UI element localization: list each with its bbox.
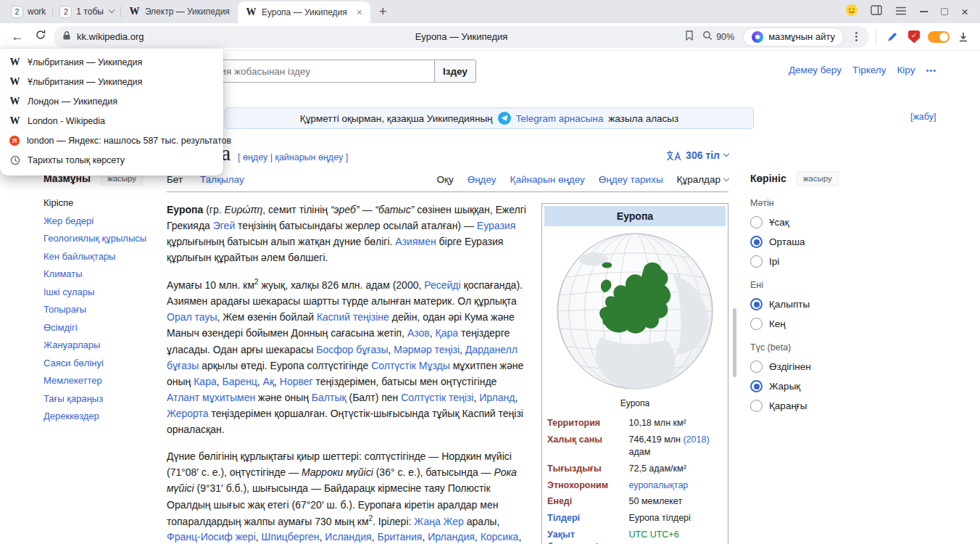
wiki-link[interactable]: Шпицберген bbox=[262, 531, 320, 543]
view-tab[interactable]: Өңдеу тарихы bbox=[599, 174, 663, 185]
restore-button[interactable] bbox=[941, 8, 948, 15]
wiki-link[interactable]: Орал тауы bbox=[167, 311, 217, 323]
infobox-label[interactable]: Уақыт белдеулері bbox=[544, 527, 626, 544]
url-text[interactable]: kk.wikipedia.org bbox=[77, 31, 144, 42]
wiki-link[interactable]: Жаңа Жер bbox=[414, 515, 464, 527]
wiki-link[interactable]: Франц-Иосиф жері bbox=[167, 531, 256, 543]
wiki-link[interactable]: Солтүстік теңізі bbox=[401, 392, 473, 403]
wiki-link[interactable]: Ирландия bbox=[428, 531, 475, 543]
new-tab-button[interactable]: + bbox=[370, 4, 396, 20]
wiki-link[interactable]: Азиямен bbox=[395, 236, 436, 247]
bookmark-icon[interactable] bbox=[685, 30, 694, 44]
wiki-link[interactable]: Британия bbox=[377, 531, 422, 543]
wiki-link[interactable]: Балтық bbox=[312, 392, 346, 403]
minimize-button[interactable] bbox=[920, 11, 928, 12]
appearance-option[interactable]: Жарық bbox=[750, 380, 846, 392]
wiki-link[interactable]: Норвег bbox=[280, 376, 313, 387]
wiki-link[interactable]: Каспий теңізіне bbox=[317, 311, 389, 323]
appearance-option[interactable]: Ұсақ bbox=[750, 216, 846, 228]
telegram-link[interactable]: Telegram арнасына bbox=[516, 113, 604, 124]
title-edit-links[interactable]: [ өңдеу | қайнарын өңдеу ] bbox=[238, 152, 348, 162]
view-tab[interactable]: Қайнарын өңдеу bbox=[510, 174, 585, 185]
header-link[interactable]: Кіру bbox=[897, 65, 915, 75]
adblock-shield-icon[interactable]: ✓ bbox=[905, 30, 923, 44]
radio-button[interactable] bbox=[750, 255, 763, 268]
wiki-link[interactable]: Корсика bbox=[481, 531, 519, 543]
appearance-option[interactable]: Кең bbox=[750, 318, 846, 330]
more-options-button[interactable]: ••• bbox=[926, 66, 937, 75]
back-button[interactable]: ← bbox=[7, 30, 28, 44]
radio-button[interactable] bbox=[750, 400, 763, 412]
wiki-link[interactable]: (2018) bbox=[683, 434, 709, 445]
toc-item[interactable]: Ішкі сулары bbox=[43, 287, 161, 297]
language-selector[interactable]: 306 тіл bbox=[666, 149, 728, 161]
view-tab[interactable]: Құралдар bbox=[677, 174, 728, 185]
scrollbar-thumb[interactable] bbox=[733, 308, 736, 377]
wiki-link[interactable]: Қара bbox=[436, 327, 459, 339]
menu-icon[interactable] bbox=[895, 5, 907, 18]
suggestion-item[interactable]: Тарихты толық көрсету bbox=[0, 150, 223, 170]
radio-button[interactable] bbox=[750, 360, 763, 373]
close-window-button[interactable]: × bbox=[961, 6, 968, 18]
toc-item[interactable]: Кен байлықтары bbox=[43, 251, 161, 262]
radio-button[interactable] bbox=[750, 216, 763, 228]
suggestion-item[interactable]: WLondon - Wikipedia bbox=[0, 111, 223, 131]
more-options-icon[interactable] bbox=[855, 36, 858, 38]
europe-globe-image[interactable] bbox=[545, 231, 725, 395]
toc-item[interactable]: Геологиялық құрылысы bbox=[43, 233, 161, 244]
wiki-link[interactable]: Солтүстік Мұзды bbox=[371, 360, 450, 371]
wiki-link[interactable]: Баренц bbox=[223, 376, 257, 387]
wiki-link[interactable]: Исландия bbox=[325, 531, 371, 543]
header-link[interactable]: Демеу беру bbox=[789, 65, 842, 75]
wiki-link[interactable]: еуропалықтар bbox=[629, 480, 689, 490]
tab-close-icon[interactable]: × bbox=[357, 7, 362, 18]
vpn-toggle[interactable] bbox=[926, 31, 951, 43]
toc-item[interactable]: Тағы қараңыз bbox=[43, 393, 161, 404]
view-tab[interactable]: Өңдеу bbox=[468, 174, 497, 185]
wiki-link[interactable]: Эгей bbox=[213, 220, 235, 231]
radio-button[interactable] bbox=[750, 236, 763, 248]
toc-item[interactable]: Саяси бөлінуі bbox=[43, 358, 161, 368]
suggestion-item[interactable]: WЛондон — Уикипедия bbox=[0, 91, 223, 111]
wiki-link[interactable]: Ресейді bbox=[424, 279, 460, 291]
wiki-link[interactable]: Атлант мұхитымен bbox=[167, 392, 255, 403]
wiki-link[interactable]: Ирланд bbox=[479, 392, 515, 403]
banner-close-button[interactable]: [жабу] bbox=[910, 112, 936, 122]
appearance-option[interactable]: Ірі bbox=[750, 255, 846, 268]
view-tab[interactable]: Оқу bbox=[436, 174, 453, 185]
toc-item[interactable]: Топырағы bbox=[43, 304, 161, 315]
page-tab[interactable]: Бет bbox=[167, 174, 183, 185]
wiki-link[interactable]: Кара bbox=[194, 376, 217, 387]
page-tab[interactable]: Талқылау bbox=[200, 174, 244, 185]
toc-item[interactable]: Дереккөздер bbox=[43, 411, 161, 421]
radio-button[interactable] bbox=[750, 318, 763, 330]
radio-button[interactable] bbox=[750, 298, 763, 310]
infobox-label[interactable]: Тілдері bbox=[544, 510, 626, 527]
suggestion-item[interactable]: WҰлыбритания — Уикипедия bbox=[0, 72, 223, 91]
toc-item[interactable]: Жануарлары bbox=[43, 339, 161, 350]
appearance-option[interactable]: Өздігінен bbox=[750, 360, 846, 373]
wiki-link[interactable]: Босфор бұғазы bbox=[316, 344, 388, 355]
appearance-option[interactable]: Қараңғы bbox=[750, 400, 846, 412]
edit-pen-icon[interactable] bbox=[883, 31, 902, 43]
read-aloud-button[interactable]: мазмұнын айту bbox=[743, 28, 844, 46]
tab-group[interactable]: 2work bbox=[4, 0, 52, 23]
appearance-option[interactable]: Қалыпты bbox=[750, 298, 846, 310]
wiki-link[interactable]: Жерорта bbox=[167, 408, 209, 419]
toc-item[interactable]: Жер бедері bbox=[43, 215, 161, 226]
side-panel-icon[interactable] bbox=[871, 5, 882, 18]
radio-button[interactable] bbox=[750, 380, 763, 392]
appearance-hide-button[interactable]: жасыру bbox=[797, 171, 839, 186]
suggestion-item[interactable]: WҰлыбритания — Уикипедия bbox=[0, 52, 223, 72]
header-link[interactable]: Тіркелу bbox=[852, 65, 886, 75]
tab-group[interactable]: 21 тобы bbox=[53, 0, 120, 23]
suggestion-item[interactable]: Яlondon — Яндекс: нашлось 587 тыс. резул… bbox=[0, 131, 223, 150]
browser-tab[interactable]: WЕуропа — Уикипедия× bbox=[238, 1, 370, 23]
address-bar[interactable]: kk.wikipedia.org Еуропа — Уикипедия 90% … bbox=[54, 26, 869, 48]
toc-item[interactable]: Мемлекеттер bbox=[43, 375, 161, 386]
zoom-indicator[interactable]: 90% bbox=[702, 30, 734, 43]
appearance-option[interactable]: Орташа bbox=[750, 236, 846, 248]
browser-tab[interactable]: WЭлектр — Уикипедия bbox=[121, 0, 238, 23]
toc-item[interactable]: Климаты bbox=[43, 268, 161, 279]
wiki-link[interactable]: Еуразия bbox=[477, 220, 515, 231]
